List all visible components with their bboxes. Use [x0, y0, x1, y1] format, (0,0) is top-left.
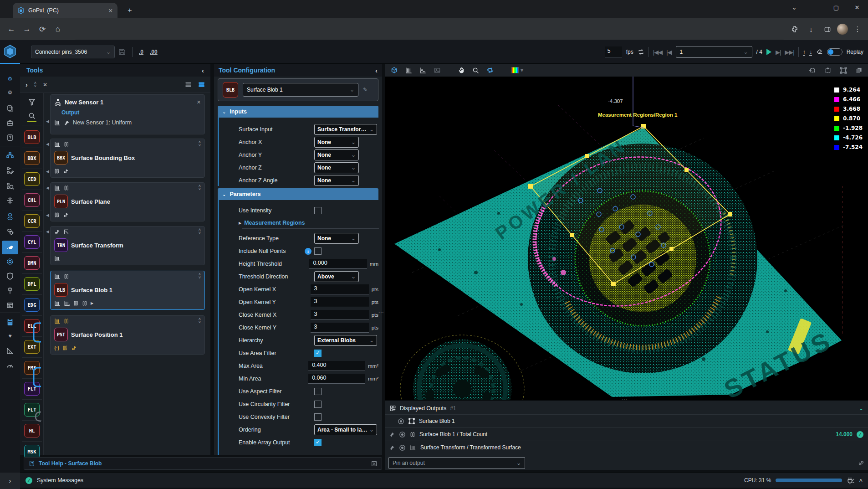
new-tab-button[interactable]: + [124, 5, 136, 16]
loop-icon[interactable] [638, 49, 644, 55]
use-circularity-filter-checkbox[interactable] [314, 401, 322, 408]
view-image-icon[interactable] [434, 67, 441, 74]
sensor-card[interactable]: New Sensor 1 ✕ Output ◄ New Sensor 1: Un… [50, 94, 205, 134]
model-donut-icon[interactable] [0, 258, 20, 265]
close-kernel-y-input[interactable]: 3 [311, 323, 369, 333]
tree-collapse-all-icon[interactable]: ✕ [43, 82, 47, 88]
browser-tab[interactable]: GoPxL (PC) ✕ [13, 3, 117, 18]
orbit-rotate-icon[interactable] [486, 67, 494, 74]
measurement-protractor-icon[interactable] [0, 347, 20, 355]
system-messages-label[interactable]: System Messages [37, 477, 83, 484]
pin-icon[interactable] [389, 445, 395, 451]
card-reorder-icon[interactable]: ˄˅ [199, 228, 201, 235]
tools-rail-item[interactable] [2, 241, 18, 254]
frame-select[interactable]: 1 ⌄ [676, 46, 752, 58]
web-dashboard-icon[interactable] [0, 302, 20, 309]
include-null-points-checkbox[interactable] [314, 247, 322, 255]
threshold-direction-select[interactable]: Above⌄ [314, 271, 359, 282]
reload-icon[interactable]: ⟳ [35, 25, 50, 34]
tool-badge-ell[interactable]: ELL [24, 319, 40, 333]
tool-badge-cyl[interactable]: CYL [24, 235, 40, 249]
align-compress-icon[interactable] [0, 197, 20, 204]
tool-badge-bbx[interactable]: BBX [24, 151, 40, 165]
view-surface-icon[interactable] [405, 67, 412, 74]
outputs-collapse-icon[interactable]: ⌄ [859, 405, 863, 412]
anchor-y-select[interactable]: None⌄ [314, 149, 359, 160]
card-reorder-icon[interactable]: ˄˅ [199, 185, 201, 191]
rail-expand-button[interactable]: › [0, 473, 20, 489]
filter-funnel-icon[interactable] [20, 98, 44, 106]
card-view-icon[interactable] [198, 82, 205, 88]
health-heart-icon[interactable]: ♥ [0, 333, 20, 339]
anchor-z-select[interactable]: None⌄ [314, 162, 359, 173]
network-search-icon[interactable] [0, 182, 20, 190]
visibility-eye-icon[interactable] [399, 444, 406, 451]
sensor-close-icon[interactable]: ✕ [197, 101, 201, 104]
tool-badge-chl[interactable]: CHL [24, 193, 40, 207]
inputs-section-header[interactable]: ⌄ Inputs [218, 106, 378, 118]
decimal-increase-icon[interactable]: .00 [150, 49, 158, 55]
use-intensity-checkbox[interactable] [314, 207, 322, 214]
forward-icon[interactable]: → [19, 25, 35, 34]
inspect-clipboard-icon[interactable] [0, 318, 20, 326]
extensions-icon[interactable] [788, 26, 802, 33]
job-select[interactable]: Connector pins_3506 ⌄ [31, 46, 115, 58]
use-aspect-filter-checkbox[interactable] [314, 388, 322, 395]
download-record-icon[interactable]: ↓ [809, 48, 812, 56]
downloads-icon[interactable]: ↓ [804, 26, 818, 33]
power-connection-icon[interactable] [847, 477, 854, 484]
clear-eraser-icon[interactable] [816, 49, 823, 55]
step-back-icon[interactable]: |◀ [666, 49, 671, 56]
network-edit-icon[interactable] [0, 167, 20, 174]
tool-badge-ced[interactable]: CED [24, 172, 40, 186]
center-region-icon[interactable] [824, 67, 832, 74]
use-convexity-filter-checkbox[interactable] [314, 413, 322, 421]
play-button[interactable] [766, 49, 771, 55]
open-help-window-icon[interactable] [371, 461, 377, 467]
card-reorder-icon[interactable]: ˄˅ [199, 273, 201, 279]
tool-badge-edg[interactable]: EDG [24, 298, 40, 312]
more-ports-icon[interactable]: ▶ [91, 301, 93, 305]
output-port-arrow[interactable]: ◄ [45, 212, 50, 218]
input-port-arrow[interactable]: ◄ [45, 141, 50, 147]
height-threshold-input[interactable]: 0.000 [309, 259, 367, 269]
tool-badge-hl[interactable]: HL [24, 424, 40, 438]
card-reorder-icon[interactable]: ˄˅ [199, 318, 201, 324]
tool-search-icon[interactable] [20, 112, 44, 119]
open-kernel-y-input[interactable]: 3 [311, 297, 369, 307]
enable-array-output-checkbox[interactable] [314, 439, 322, 446]
tool-badge-dfl[interactable]: DFL [24, 277, 40, 291]
input-port-arrow[interactable]: ◄ [45, 185, 50, 190]
toolbox-icon[interactable] [0, 119, 20, 127]
parameters-section-header[interactable]: ⌄ Parameters [218, 188, 378, 200]
tools-expand-icon[interactable]: › [26, 81, 28, 88]
tool-card-pln[interactable]: ◄ ˄˅ PLN Surface Plane ◄ [50, 182, 205, 221]
tool-badge-blb[interactable]: BLB [24, 130, 40, 144]
tool-badge-msk[interactable]: MSK [24, 445, 40, 458]
colormap-select[interactable]: ▾ [511, 67, 523, 73]
hierarchy-select[interactable]: External Blobs⌄ [314, 335, 377, 346]
settings-gear-icon[interactable]: ⚙ [0, 89, 20, 96]
sensor-output-item[interactable]: New Sensor 1: Uniform [73, 119, 132, 126]
scan-settings-icon[interactable] [0, 228, 20, 235]
layout-layers-icon[interactable] [855, 67, 863, 74]
tool-card-trn[interactable]: ◄ ˄˅ TRN Surface Transform [50, 226, 205, 265]
output-port-arrow[interactable]: ◄ [45, 169, 50, 174]
measurement-regions-link[interactable]: Measurement Regions [244, 220, 305, 226]
tool-badge-flt[interactable]: FLT [24, 382, 40, 396]
replay-toggle[interactable] [827, 48, 842, 56]
home-icon[interactable]: ⌂ [50, 25, 66, 34]
tab-close-icon[interactable]: ✕ [108, 7, 113, 14]
tree-sort-icon[interactable]: ˄˅ [34, 82, 36, 88]
output-row-transformed-surface[interactable]: Surface Transform / Transformed Surface [385, 441, 868, 454]
outputs-resize-grip[interactable]: ⋯ [622, 396, 628, 403]
view-profile-icon[interactable] [419, 67, 426, 74]
output-port-arrow[interactable]: ◄ [45, 118, 50, 124]
anchor-z-angle-select[interactable]: None⌄ [314, 175, 359, 186]
fit-view-icon[interactable] [840, 67, 847, 74]
files-icon[interactable] [0, 105, 20, 112]
back-icon[interactable]: ← [4, 25, 19, 34]
tools-collapse-icon[interactable]: ‹ [202, 67, 204, 74]
ordering-select[interactable]: Area - Small to large⌄ [314, 424, 377, 435]
card-reorder-icon[interactable]: ˄˅ [199, 141, 201, 147]
